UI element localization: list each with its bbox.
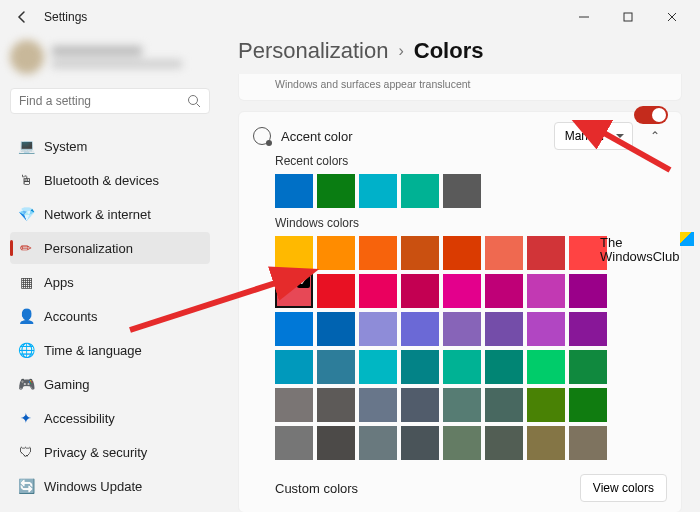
recent-swatch[interactable] [443,174,481,208]
color-swatch[interactable] [485,274,523,308]
profile-block[interactable] [10,38,210,76]
color-swatch[interactable] [317,426,355,460]
color-swatch[interactable] [527,236,565,270]
sidebar-item-system[interactable]: 💻System [10,130,210,162]
color-swatch[interactable] [401,388,439,422]
color-swatch[interactable] [443,426,481,460]
color-swatch[interactable] [359,350,397,384]
color-swatch[interactable] [569,426,607,460]
sidebar-item-windows-update[interactable]: 🔄Windows Update [10,470,210,502]
sidebar-item-apps[interactable]: ▦Apps [10,266,210,298]
color-swatch[interactable] [317,388,355,422]
color-swatch[interactable] [569,274,607,308]
color-swatch[interactable] [443,236,481,270]
sidebar-item-time-language[interactable]: 🌐Time & language [10,334,210,366]
accent-mode-select[interactable]: Manual [554,122,633,150]
maximize-button[interactable] [608,3,648,31]
color-swatch[interactable] [275,236,313,270]
nav-label: Accounts [44,309,97,324]
windows-colors-label: Windows colors [275,216,667,230]
color-swatch[interactable] [359,312,397,346]
recent-swatch[interactable] [317,174,355,208]
color-swatch[interactable] [569,388,607,422]
avatar [10,40,44,74]
color-swatch[interactable] [527,388,565,422]
windows-colors-grid [275,236,667,460]
color-swatch[interactable] [359,388,397,422]
color-swatch[interactable] [359,236,397,270]
color-swatch[interactable] [401,350,439,384]
color-swatch[interactable] [317,274,355,308]
color-swatch[interactable] [275,388,313,422]
arrow-left-icon [15,10,29,24]
recent-colors [275,174,667,208]
color-swatch[interactable] [569,312,607,346]
color-swatch[interactable] [443,312,481,346]
nav-icon: 🖱 [18,172,34,188]
color-swatch[interactable] [317,312,355,346]
search-input[interactable] [19,94,187,108]
sidebar-item-network-internet[interactable]: 💎Network & internet [10,198,210,230]
search-icon [187,94,201,108]
nav-label: Accessibility [44,411,115,426]
breadcrumb: Personalization › Colors [238,38,682,64]
back-button[interactable] [8,3,36,31]
color-swatch[interactable] [359,426,397,460]
close-button[interactable] [652,3,692,31]
sidebar-item-accounts[interactable]: 👤Accounts [10,300,210,332]
color-swatch[interactable] [401,426,439,460]
color-swatch[interactable] [485,350,523,384]
nav-icon: 🌐 [18,342,34,358]
sidebar-item-gaming[interactable]: 🎮Gaming [10,368,210,400]
window-title: Settings [44,10,87,24]
color-swatch[interactable] [317,236,355,270]
sidebar-item-accessibility[interactable]: ✦Accessibility [10,402,210,434]
sidebar: 💻System🖱Bluetooth & devices💎Network & in… [0,34,220,512]
recent-swatch[interactable] [359,174,397,208]
color-swatch[interactable] [443,350,481,384]
color-swatch[interactable] [485,312,523,346]
color-swatch[interactable] [485,236,523,270]
color-swatch[interactable] [275,274,313,308]
recent-colors-label: Recent colors [275,154,667,168]
color-swatch[interactable] [443,388,481,422]
sidebar-item-bluetooth-devices[interactable]: 🖱Bluetooth & devices [10,164,210,196]
color-swatch[interactable] [401,312,439,346]
sidebar-item-personalization[interactable]: ✏Personalization [10,232,210,264]
nav-icon: 🛡 [18,444,34,460]
nav-icon: 🔄 [18,478,34,494]
minimize-button[interactable] [564,3,604,31]
color-swatch[interactable] [527,274,565,308]
transparency-card[interactable]: Windows and surfaces appear translucent [238,74,682,101]
color-swatch[interactable] [569,350,607,384]
color-swatch[interactable] [527,426,565,460]
color-swatch[interactable] [275,350,313,384]
color-swatch[interactable] [527,312,565,346]
window-controls [564,3,692,31]
nav-label: Bluetooth & devices [44,173,159,188]
accent-card: Accent color Manual ⌃ Recent colors Wind… [238,111,682,512]
color-swatch[interactable] [485,388,523,422]
color-swatch[interactable] [359,274,397,308]
nav-icon: 💎 [18,206,34,222]
color-swatch[interactable] [401,236,439,270]
watermark-text: The WindowsClub [600,236,679,265]
nav-label: Personalization [44,241,133,256]
color-swatch[interactable] [317,350,355,384]
breadcrumb-parent[interactable]: Personalization [238,38,388,64]
transparency-toggle[interactable] [634,106,668,124]
collapse-button[interactable]: ⌃ [643,129,667,143]
nav-icon: 💻 [18,138,34,154]
color-swatch[interactable] [275,426,313,460]
color-swatch[interactable] [401,274,439,308]
recent-swatch[interactable] [401,174,439,208]
color-swatch[interactable] [275,312,313,346]
sidebar-item-privacy-security[interactable]: 🛡Privacy & security [10,436,210,468]
search-box[interactable] [10,88,210,114]
color-swatch[interactable] [527,350,565,384]
nav: 💻System🖱Bluetooth & devices💎Network & in… [10,130,210,502]
view-colors-button[interactable]: View colors [580,474,667,502]
recent-swatch[interactable] [275,174,313,208]
color-swatch[interactable] [443,274,481,308]
color-swatch[interactable] [485,426,523,460]
